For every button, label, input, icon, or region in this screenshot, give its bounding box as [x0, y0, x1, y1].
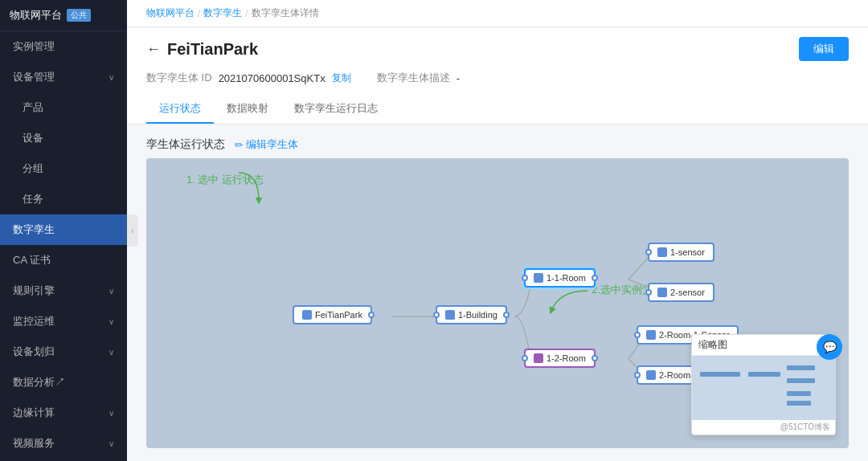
node-icon	[534, 353, 543, 363]
sidebar-item-digital-twin[interactable]: 数字孪生	[0, 214, 127, 245]
thumbnail-panel: 缩略图 × @51CTO博客	[691, 334, 836, 435]
thumb-node-4	[787, 378, 815, 383]
breadcrumb: 物联网平台 / 数字孪生 / 数字孪生体详情	[127, 0, 868, 27]
edit-button[interactable]: 编辑	[799, 37, 849, 61]
edit-icon: ✏	[235, 139, 244, 151]
sidebar-collapse-button[interactable]: ‹	[127, 214, 138, 247]
sidebar-item-data-analysis[interactable]: 数据分析↗	[0, 367, 127, 398]
sidebar: 物联网平台 公共 实例管理 设备管理 ∨ 产品 设备 分组 任务 数字孪生 CA…	[0, 0, 127, 461]
thumbnail-title: 缩略图	[698, 338, 727, 352]
node-port-right	[368, 312, 375, 318]
sidebar-item-ca-cert[interactable]: CA 证书	[0, 245, 127, 275]
annotation-arrow-1	[235, 169, 267, 209]
meta-row: 数字孪生体 ID 2021070600001SqKTx 复制 数字孪生体描述 -	[146, 71, 849, 85]
node-port-right	[503, 312, 510, 318]
meta-id: 数字孪生体 ID 2021070600001SqKTx 复制	[146, 71, 351, 85]
node-icon	[534, 273, 543, 283]
thumb-node-1	[700, 372, 740, 377]
chevron-down-icon: ∨	[108, 409, 114, 418]
chevron-down-icon: ∨	[108, 439, 114, 448]
node-port-left	[433, 312, 440, 318]
sidebar-item-product[interactable]: 产品	[0, 92, 127, 123]
tab-data-mapping[interactable]: 数据映射	[214, 95, 281, 124]
chevron-down-icon: ∨	[108, 317, 114, 326]
sidebar-item-device-assign[interactable]: 设备划归 ∨	[0, 337, 127, 367]
sidebar-item-rules[interactable]: 规则引擎 ∨	[0, 275, 127, 306]
node-1-sensor[interactable]: 1-sensor	[648, 243, 714, 262]
sidebar-item-video[interactable]: 视频服务 ∨	[0, 428, 127, 459]
sidebar-item-edge[interactable]: 边缘计算 ∨	[0, 398, 127, 428]
annotation-1: 1. 选中 运行状态	[186, 173, 264, 187]
thumbnail-body	[692, 356, 835, 420]
chevron-down-icon: ∨	[108, 348, 114, 357]
breadcrumb-home[interactable]: 物联网平台	[146, 6, 194, 20]
thumb-node-6	[787, 401, 811, 406]
node-1-building[interactable]: 1-Building	[436, 305, 507, 324]
node-feitianpark[interactable]: FeiTianPark	[293, 305, 372, 324]
thumb-node-3	[787, 365, 815, 370]
breadcrumb-sep2: /	[245, 8, 248, 19]
copy-id-button[interactable]: 复制	[332, 71, 351, 85]
node-icon	[657, 288, 667, 297]
node-port-left	[645, 289, 652, 296]
annotation-arrow-2	[543, 287, 592, 319]
node-icon	[646, 330, 656, 340]
meta-id-value: 2021070600001SqKTx	[219, 72, 326, 84]
main-content: 物联网平台 / 数字孪生 / 数字孪生体详情 ← FeiTianPark 编辑 …	[127, 0, 868, 461]
thumbnail-header: 缩略图 ×	[692, 335, 835, 356]
thumb-node-5	[787, 391, 811, 396]
node-port-right	[592, 355, 598, 361]
chevron-down-icon: ∨	[108, 287, 114, 296]
sidebar-item-monitor[interactable]: 监控运维 ∨	[0, 306, 127, 337]
sidebar-item-instance[interactable]: 实例管理	[0, 31, 127, 62]
breadcrumb-current: 数字孪生体详情	[252, 6, 319, 20]
edit-twin-link[interactable]: ✏ 编辑孪生体	[235, 137, 298, 152]
node-1-1-room[interactable]: 1-1-Room	[524, 268, 596, 288]
section-title: 孪生体运行状态 ✏ 编辑孪生体	[146, 137, 849, 152]
chat-button[interactable]: 💬	[817, 334, 842, 360]
node-port-right	[592, 275, 598, 281]
meta-desc-value: -	[457, 72, 460, 84]
node-2-sensor[interactable]: 2-sensor	[648, 283, 714, 302]
node-icon	[646, 370, 656, 380]
node-port-left	[634, 372, 641, 378]
chevron-down-icon: ∨	[108, 73, 114, 82]
node-port-left	[522, 275, 528, 281]
sidebar-item-device-mgmt[interactable]: 设备管理 ∨	[0, 62, 127, 92]
sidebar-badge: 公共	[67, 9, 91, 22]
sidebar-logo: 物联网平台 公共	[0, 0, 127, 31]
node-icon	[445, 310, 455, 320]
tab-run-log[interactable]: 数字孪生运行日志	[281, 95, 391, 124]
node-port-left	[522, 355, 528, 361]
page-header: ← FeiTianPark 编辑 数字孪生体 ID 2021070600001S…	[127, 27, 868, 124]
meta-desc: 数字孪生体描述 -	[377, 71, 460, 85]
sidebar-item-device[interactable]: 设备	[0, 123, 127, 153]
meta-id-label: 数字孪生体 ID	[146, 71, 212, 85]
thumb-node-2	[748, 372, 780, 377]
tab-running-status[interactable]: 运行状态	[146, 95, 214, 124]
sidebar-item-group[interactable]: 分组	[0, 153, 127, 184]
content-area: 孪生体运行状态 ✏ 编辑孪生体 1. 选中 运行状态	[127, 124, 868, 461]
node-1-2-room[interactable]: 1-2-Room	[524, 349, 596, 368]
page-title: ← FeiTianPark	[146, 40, 258, 59]
back-button[interactable]: ←	[146, 41, 161, 58]
meta-desc-label: 数字孪生体描述	[377, 71, 450, 85]
sidebar-item-task[interactable]: 任务	[0, 184, 127, 214]
canvas[interactable]: 1. 选中 运行状态	[146, 158, 849, 448]
node-port-left	[634, 332, 641, 338]
sidebar-logo-text: 物联网平台	[10, 8, 62, 22]
breadcrumb-sep1: /	[198, 8, 200, 19]
node-port-left	[645, 249, 652, 255]
breadcrumb-twin[interactable]: 数字孪生	[203, 6, 242, 20]
page-title-text: FeiTianPark	[167, 40, 258, 59]
tabs: 运行状态 数据映射 数字孪生运行日志	[146, 95, 849, 124]
thumbnail-footer: @51CTO博客	[692, 420, 835, 434]
node-icon	[302, 310, 312, 320]
node-icon	[657, 247, 667, 257]
